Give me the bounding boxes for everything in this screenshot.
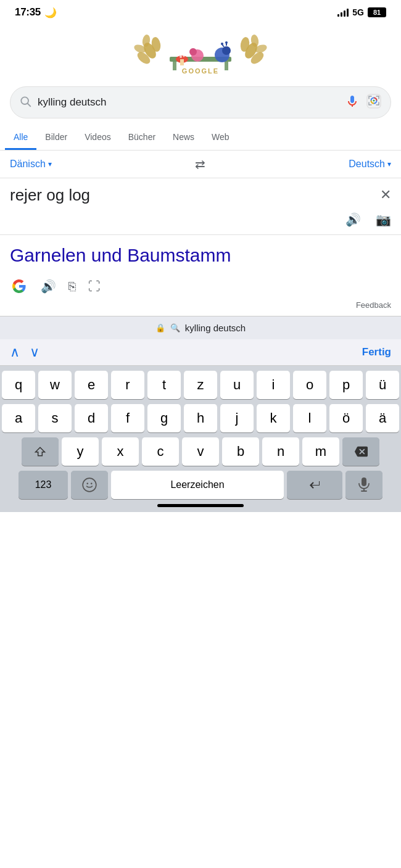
tab-videos[interactable]: Videos (76, 126, 120, 150)
find-done-button[interactable]: Fertig (362, 346, 391, 358)
listen-result-icon[interactable]: 🔊 (41, 279, 56, 294)
key-oe[interactable]: ö (329, 404, 363, 432)
key-j[interactable]: j (220, 404, 254, 432)
target-lang-button[interactable]: Deutsch ▾ (349, 159, 391, 170)
space-key[interactable]: Leerzeichen (111, 471, 284, 499)
feedback-row: Feedback (0, 298, 401, 316)
key-q[interactable]: q (2, 371, 35, 399)
voice-search-icon[interactable] (345, 94, 360, 111)
network-label: 5G (352, 7, 364, 17)
lock-icon: 🔒 (155, 323, 165, 333)
google-search-result-button[interactable] (10, 277, 28, 296)
tab-alle[interactable]: Alle (5, 126, 36, 150)
camera-source-icon[interactable]: 📷 (376, 212, 391, 227)
emoji-key[interactable] (71, 471, 108, 499)
signal-bar-3 (344, 10, 345, 17)
source-text: rejer og log (10, 186, 391, 205)
key-b[interactable]: b (222, 437, 259, 466)
find-prev-button[interactable]: ∧ (10, 344, 20, 360)
key-w[interactable]: w (38, 371, 72, 399)
key-f[interactable]: f (111, 404, 144, 432)
translation-source-area[interactable]: rejer og log ✕ (0, 178, 401, 207)
svg-point-24 (183, 56, 185, 57)
tab-news[interactable]: News (164, 126, 203, 150)
status-bar: 17:35 🌙 5G 81 (0, 0, 401, 22)
svg-point-18 (225, 41, 228, 44)
tab-web[interactable]: Web (203, 126, 238, 150)
key-d[interactable]: d (75, 404, 108, 432)
doodle-svg: GOOGLE (133, 27, 268, 76)
signal-bar-2 (341, 12, 342, 17)
key-k[interactable]: k (257, 404, 290, 432)
search-bar[interactable]: kylling deutsch (10, 86, 391, 118)
key-y[interactable]: y (62, 437, 99, 466)
key-s[interactable]: s (38, 404, 72, 432)
moon-icon: 🌙 (44, 7, 57, 19)
key-g[interactable]: g (147, 404, 181, 432)
find-next-button[interactable]: ∨ (30, 344, 39, 360)
key-p[interactable]: p (329, 371, 363, 399)
clear-button[interactable]: ✕ (380, 187, 391, 203)
tab-bilder[interactable]: Bilder (36, 126, 76, 150)
find-nav-row: ∧ ∨ Fertig (0, 339, 401, 366)
numbers-key[interactable]: 123 (19, 471, 68, 499)
search-icon (19, 95, 31, 110)
key-n[interactable]: n (262, 437, 299, 466)
key-r[interactable]: r (111, 371, 144, 399)
feedback-label[interactable]: Feedback (356, 300, 391, 310)
svg-point-20 (189, 48, 197, 56)
find-bar-url: kylling deutsch (185, 323, 246, 333)
key-v[interactable]: v (182, 437, 219, 466)
svg-point-23 (180, 56, 182, 58)
svg-point-31 (83, 478, 96, 492)
delete-key[interactable] (342, 437, 379, 466)
lens-search-icon[interactable] (366, 93, 382, 112)
svg-point-17 (221, 43, 223, 45)
svg-line-27 (28, 103, 31, 106)
status-right: 5G 81 (337, 7, 386, 17)
keyboard: q w e r t z u i o p ü a s d f g h j k l … (0, 366, 401, 512)
key-l[interactable]: l (293, 404, 326, 432)
key-a[interactable]: a (2, 404, 35, 432)
target-lang-chevron: ▾ (387, 160, 391, 168)
key-m[interactable]: m (302, 437, 339, 466)
signal-bars (337, 8, 349, 17)
copy-result-icon[interactable]: ⎘ (68, 279, 76, 294)
key-t[interactable]: t (147, 371, 181, 399)
expand-result-icon[interactable]: ⛶ (88, 279, 101, 294)
translation-widget: Dänisch ▾ ⇄ Deutsch ▾ rejer og log ✕ 🔊 📷… (0, 151, 401, 316)
key-i[interactable]: i (257, 371, 290, 399)
svg-rect-22 (180, 59, 184, 65)
swap-languages-button[interactable]: ⇄ (52, 157, 349, 172)
svg-point-32 (86, 483, 88, 485)
status-time: 17:35 (15, 6, 41, 19)
find-search-icon: 🔍 (170, 323, 180, 333)
listen-source-icon[interactable]: 🔊 (345, 212, 361, 227)
return-key[interactable] (287, 471, 342, 499)
key-ue[interactable]: ü (366, 371, 399, 399)
source-lang-button[interactable]: Dänisch ▾ (10, 159, 52, 170)
key-u[interactable]: u (220, 371, 254, 399)
translation-result-area: Garnelen und Baumstamm (0, 234, 401, 271)
key-ae[interactable]: ä (366, 404, 399, 432)
result-text: Garnelen und Baumstamm (10, 245, 391, 266)
key-o[interactable]: o (293, 371, 326, 399)
search-bar-container: kylling deutsch (0, 84, 401, 126)
key-h[interactable]: h (184, 404, 217, 432)
search-query[interactable]: kylling deutsch (38, 96, 339, 109)
mic-key[interactable] (345, 471, 382, 499)
svg-point-14 (222, 46, 231, 55)
search-tabs: Alle Bilder Videos Bücher News Web (0, 126, 401, 151)
key-z[interactable]: z (184, 371, 217, 399)
key-c[interactable]: c (142, 437, 179, 466)
svg-point-33 (91, 483, 93, 485)
google-doodle[interactable]: GOOGLE (0, 22, 401, 84)
source-icons-row: 🔊 📷 (0, 207, 401, 234)
svg-rect-11 (173, 62, 176, 70)
tab-buecher[interactable]: Bücher (120, 126, 164, 150)
shift-key[interactable] (22, 437, 59, 466)
home-indicator (157, 504, 244, 507)
svg-point-30 (373, 100, 375, 102)
key-x[interactable]: x (102, 437, 139, 466)
key-e[interactable]: e (75, 371, 108, 399)
